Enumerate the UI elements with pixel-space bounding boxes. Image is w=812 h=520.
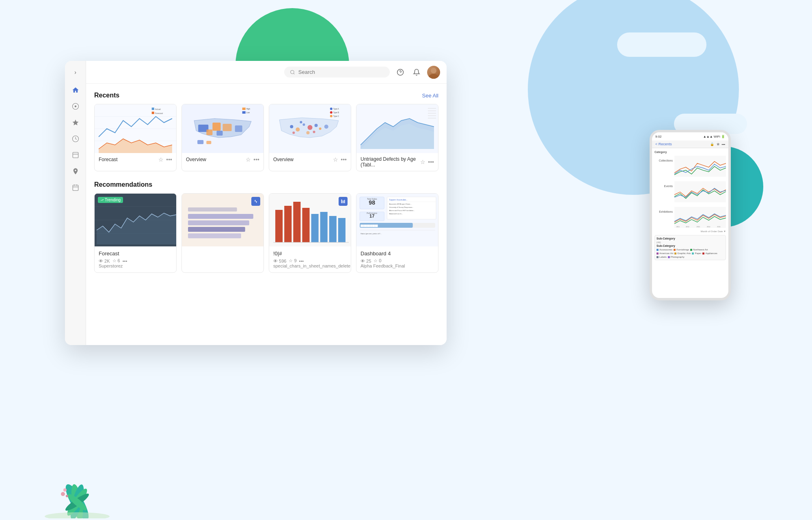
northwest-dot: [690, 249, 692, 251]
svg-text:98: 98: [369, 199, 375, 206]
rec-card-bar[interactable]: !0|# 👁 596 ☆ 9 ••• special_chars_in_shee…: [269, 193, 351, 273]
svg-point-60: [330, 115, 333, 117]
overview1-card-title: Overview: [186, 157, 206, 162]
overview1-more-icon[interactable]: •••: [253, 156, 259, 163]
svg-rect-78: [188, 214, 253, 219]
untriaged-more-icon[interactable]: •••: [428, 159, 434, 165]
svg-point-53: [324, 125, 328, 129]
svg-point-50: [307, 125, 312, 130]
untriaged-card-title: Untriaged Defects by Age (Tabl...: [361, 156, 420, 168]
mobile-legend-items: Accessories Furnishings Northwest Art Am…: [657, 248, 724, 258]
rec-bar-thumbnail: [269, 194, 351, 246]
svg-text:Associate (JB Morgan Chase...: Associate (JB Morgan Chase...: [389, 203, 411, 205]
mobile-legend-title: Sub-Category: [657, 237, 724, 240]
svg-point-58: [330, 108, 333, 110]
untriaged-star-icon[interactable]: ☆: [420, 159, 425, 165]
mobile-category-heading: Category: [654, 151, 726, 153]
svg-rect-29: [152, 108, 154, 110]
sidebar-expand-button[interactable]: ›: [71, 67, 80, 77]
recent-card-overview-1[interactable]: High Low Overview ☆ •••: [181, 104, 264, 171]
mobile-collections-row: Collections: [654, 155, 726, 177]
mobile-header-title: 🔒 ☆ •••: [710, 142, 725, 146]
svg-point-18: [291, 70, 294, 74]
recent-card-forecast[interactable]: Actual Forecast Forecast ☆ •••: [94, 104, 177, 171]
forecast-card-title: Forecast: [99, 157, 118, 162]
sidebar-item-home[interactable]: [69, 84, 82, 97]
svg-rect-42: [242, 108, 246, 110]
mobile-legend-accessories: Accessories: [657, 248, 672, 251]
rec-bar-more[interactable]: •••: [299, 259, 304, 263]
overview1-star-icon[interactable]: ☆: [246, 156, 251, 163]
mobile-star-icon[interactable]: ☆: [717, 142, 719, 146]
svg-rect-93: [341, 200, 342, 203]
rec-forecast-body: Forecast 👁 2K ☆ 6 ••• Superstorez: [95, 246, 176, 272]
search-input[interactable]: [298, 69, 384, 75]
header: [86, 61, 447, 84]
mobile-back-button[interactable]: < Recents: [655, 142, 672, 146]
furnishings-dot: [674, 249, 676, 251]
chart-badge: [251, 197, 260, 206]
rec-bar-body: !0|# 👁 596 ☆ 9 ••• special_chars_in_shee…: [269, 246, 351, 272]
overview2-star-icon[interactable]: ☆: [333, 156, 338, 163]
photography-dot: [668, 256, 670, 258]
svg-point-49: [302, 123, 305, 126]
mobile-lock-icon: 🔒: [710, 142, 714, 146]
notifications-icon-button[interactable]: [411, 67, 422, 78]
svg-text:2014: 2014: [707, 226, 710, 228]
recent-card-untriaged[interactable]: Untriaged Defects by Age (Tabl... ☆ •••: [356, 104, 438, 171]
sidebar-item-schedules[interactable]: [69, 181, 82, 194]
rec-dashboard4-name: Dashboard 4: [361, 250, 434, 257]
overview2-more-icon[interactable]: •••: [341, 156, 347, 163]
svg-text:Type B: Type B: [333, 112, 339, 114]
rec-dashboard4-thumbnail: 98 Total Sales Support: Accumulate... As…: [356, 194, 438, 246]
rec-forecast-more[interactable]: •••: [123, 259, 127, 263]
rec-dashboard4-views: 👁 25: [361, 259, 371, 263]
svg-text:████████████: ████████████: [361, 224, 378, 227]
forecast-more-icon[interactable]: •••: [166, 156, 172, 163]
svg-rect-79: [188, 220, 249, 225]
recents-see-all-link[interactable]: See All: [422, 93, 438, 99]
svg-rect-41: [197, 140, 203, 144]
mobile-more-icon[interactable]: •••: [722, 142, 725, 146]
svg-text:High: High: [246, 108, 251, 110]
untriaged-card-actions: ☆ •••: [420, 159, 434, 165]
help-icon-button[interactable]: [395, 67, 406, 78]
sidebar-item-favorites[interactable]: [69, 116, 82, 129]
svg-point-57: [313, 131, 315, 133]
svg-text:Low: Low: [246, 112, 250, 114]
sidebar-item-shared[interactable]: [69, 149, 82, 162]
svg-rect-13: [73, 152, 78, 158]
sidebar-item-recents[interactable]: [69, 132, 82, 145]
rec-forecast-thumbnail: Trending: [95, 194, 176, 246]
recommendations-title: Recommendations: [94, 181, 152, 188]
recent-card-overview-2[interactable]: Type A Type B Type C Overview ☆ •••: [269, 104, 351, 171]
untriaged-thumbnail: [356, 104, 438, 153]
rec-card-forecast[interactable]: Trending Forecast 👁 2K ☆ 6 ••• Superstor…: [94, 193, 177, 273]
svg-text:Status (percent, portion of f.: Status (percent, portion of f...: [361, 233, 382, 235]
bg-cloud-1: [617, 32, 706, 57]
svg-text:Type C: Type C: [333, 115, 339, 117]
forecast-card-actions: ☆ •••: [158, 156, 172, 163]
rec-card-dashboard4[interactable]: 98 Total Sales Support: Accumulate... As…: [356, 193, 438, 273]
svg-rect-80: [188, 227, 245, 232]
mobile-x-axis-label: Month of Order Date ▼: [654, 230, 726, 233]
svg-rect-95: [344, 200, 345, 203]
rec-forecast-meta: 👁 2K ☆ 6 •••: [99, 258, 172, 263]
svg-rect-40: [206, 141, 211, 144]
sidebar-item-collections[interactable]: [69, 165, 82, 178]
mobile-legend-graphic: Graphic Arts: [674, 252, 691, 255]
search-bar[interactable]: [284, 67, 390, 78]
mobile-legend-labels: Labels: [657, 256, 667, 258]
user-avatar[interactable]: [427, 66, 440, 79]
svg-rect-82: [188, 207, 237, 211]
svg-rect-30: [152, 112, 154, 114]
sidebar-item-explore[interactable]: [69, 100, 82, 113]
mobile-legend-photography: Photography: [668, 256, 685, 258]
mobile-header: < Recents 🔒 ☆ •••: [652, 140, 728, 148]
forecast-star-icon[interactable]: ☆: [158, 156, 164, 163]
overview2-card-actions: ☆ •••: [333, 156, 347, 163]
untriaged-card-footer: Untriaged Defects by Age (Tabl... ☆ •••: [356, 153, 438, 171]
svg-rect-91: [338, 218, 346, 242]
svg-rect-37: [235, 125, 242, 132]
labels-dot: [657, 256, 659, 258]
